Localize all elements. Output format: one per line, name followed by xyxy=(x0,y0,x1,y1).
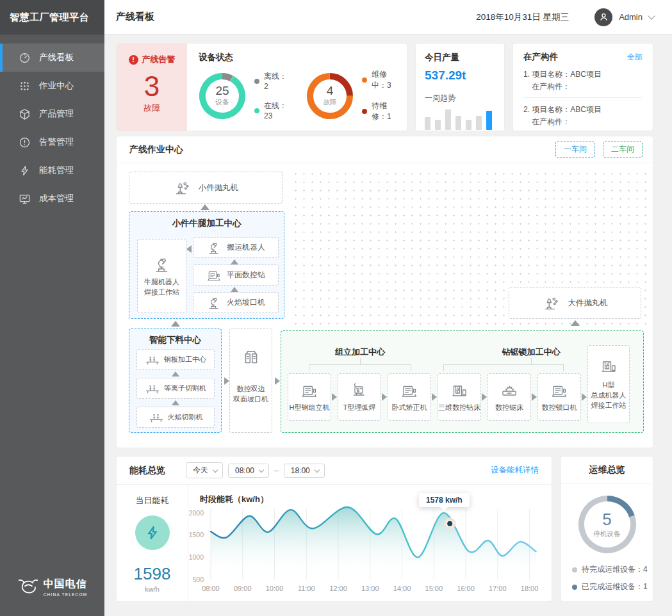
alert-label: 故障 xyxy=(143,102,160,114)
legend-pending-repair: 待维修：1 xyxy=(362,101,400,122)
donut-value: 25 xyxy=(215,85,229,98)
flow-arrow-up xyxy=(172,371,179,377)
workshop-1-button[interactable]: 一车间 xyxy=(555,142,595,158)
sidebar-item-product-mgmt[interactable]: 产品管理 xyxy=(0,100,104,128)
donut-label: 设备 xyxy=(216,98,229,107)
sidebar-item-label: 作业中心 xyxy=(39,80,74,92)
workshop-2-button[interactable]: 二车间 xyxy=(603,142,643,158)
large-blast-box: 大件抛丸机 xyxy=(509,287,641,319)
flow-arrow-right xyxy=(382,393,387,401)
machine-label: T型埋弧焊 xyxy=(343,403,376,412)
welder-machine-icon xyxy=(350,382,368,400)
sidebar-item-work-center[interactable]: 作业中心 xyxy=(0,72,104,100)
sidebar: 智慧工厂管理平台 产线看板 作业中心 产品管理 告警管理 能耗管理 xyxy=(0,0,104,616)
in-production-card: 在产构件 全部 1. 项目名称：ABC项目 在产构件： 2. 项目名称：ABC项… xyxy=(512,43,653,131)
t-arc-welder-box: T型埋弧焊 xyxy=(338,373,381,421)
zone-title: 智能下料中心 xyxy=(129,334,221,346)
plane-cnc-drill-box: 平面数控钻 xyxy=(193,264,279,286)
range-select[interactable]: 今天 xyxy=(186,462,223,478)
machine-label: 数控双边 双面坡口机 xyxy=(233,384,268,405)
sidebar-menu: 产线看板 作业中心 产品管理 告警管理 能耗管理 成本管理 xyxy=(0,44,104,213)
line-alert-panel[interactable]: ! 产线告警 3 故障 xyxy=(117,44,187,131)
project-item: 2. 项目名称：ABC项目 在产构件： xyxy=(523,104,643,127)
svg-text:1500: 1500 xyxy=(189,531,204,539)
sidebar-item-label: 成本管理 xyxy=(39,193,74,204)
energy-card: 能耗总览 今天 08:00 – 18:00 设备能耗详情 当日能耗 1598 k… xyxy=(116,456,552,602)
avatar[interactable] xyxy=(594,8,612,26)
start-time-select[interactable]: 08:00 xyxy=(228,464,269,478)
project-components: 在产构件： xyxy=(523,116,643,128)
workshop-card: 产线作业中心 一车间 二车间 小件抛丸机 小件牛腿加工中心 牛腿机器人 焊接工作… xyxy=(116,136,653,448)
week-trend-chart xyxy=(425,107,495,130)
china-telecom-logo: 中国电信 CHINA TELECOM xyxy=(0,578,104,597)
transfer-robot-box: 搬运机器人 xyxy=(193,237,279,258)
machine-label: 数控锁口机 xyxy=(542,403,577,412)
cnc-saw-box: 数控锯床 xyxy=(488,373,531,421)
daily-output-title: 今日产量 xyxy=(425,52,495,63)
energy-detail-link[interactable]: 设备能耗详情 xyxy=(491,465,539,476)
energy-title: 能耗总览 xyxy=(129,465,165,476)
flow-arrow-right xyxy=(482,393,487,401)
chart-tooltip: 1578 kw/h xyxy=(419,493,470,507)
telecom-mark-icon xyxy=(17,578,39,597)
user-icon xyxy=(598,12,609,22)
small-blast-box: 小件抛丸机 xyxy=(129,172,283,204)
cnc-machine-icon xyxy=(206,268,222,283)
legend-text: 待完成运维设备：4 xyxy=(582,564,648,575)
cnc-coping-machine-box: 数控锁口机 xyxy=(537,373,581,421)
h-assembly-robot-station-box: H型 总成机器人 焊接工作站 xyxy=(587,345,630,423)
flow-arrow-up xyxy=(231,259,238,264)
legend-dot xyxy=(362,109,367,114)
machine-label: H型 总成机器人 焊接工作站 xyxy=(591,380,627,411)
sidebar-item-energy-mgmt[interactable]: 能耗管理 xyxy=(0,156,104,184)
legend-dot xyxy=(572,567,577,572)
legend-dot xyxy=(362,77,367,83)
machine-label: 数控锯床 xyxy=(495,403,523,412)
time-separator: – xyxy=(274,466,279,475)
flow-arrow-left xyxy=(186,245,192,253)
bracket xyxy=(309,364,411,371)
device-fault-group: 4 故障 维修中：3 待维修：1 xyxy=(306,69,400,122)
legend-text: 维修中：3 xyxy=(372,69,400,91)
divider xyxy=(523,97,643,98)
project-name: 1. 项目名称：ABC项目 xyxy=(523,69,643,81)
flow-arrow-up xyxy=(231,287,238,292)
user-menu[interactable]: Admin xyxy=(619,12,643,22)
machine-label: 火焰切割机 xyxy=(168,412,203,422)
energy-icon xyxy=(19,165,31,177)
project-name: 2. 项目名称：ABC项目 xyxy=(523,104,643,116)
chevron-down-icon[interactable] xyxy=(648,12,655,19)
top-bar: 产线看板 2018年10月31日 星期三 Admin xyxy=(104,0,672,35)
sidebar-item-cost-mgmt[interactable]: 成本管理 xyxy=(0,184,104,213)
plate-center-box: 钢板加工中心 xyxy=(136,349,215,370)
cutting-table-icon xyxy=(145,381,160,396)
sidebar-item-production-board[interactable]: 产线看板 xyxy=(0,44,104,72)
cost-icon xyxy=(19,193,31,205)
sidebar-item-alarm-mgmt[interactable]: 告警管理 xyxy=(0,128,104,156)
flame-cutter-box: 火焰切割机 xyxy=(136,407,215,428)
alarm-icon xyxy=(19,136,31,149)
donut-label: 故障 xyxy=(324,98,337,107)
flow-arrow-up xyxy=(571,320,580,326)
assembly-center-title: 组立加工中心 xyxy=(309,346,411,358)
welding-robot-icon xyxy=(152,255,172,274)
machine-label: 钢板加工中心 xyxy=(164,355,206,364)
bracket xyxy=(443,364,564,371)
device-online-donut: 25 设备 xyxy=(199,72,246,120)
bevel-machine-icon xyxy=(241,347,261,368)
donut-value: 4 xyxy=(327,85,334,98)
3d-cnc-drill-box: 三维数控钻床 xyxy=(438,373,481,421)
flow-arrow-up xyxy=(201,204,209,210)
sidebar-item-label: 产品管理 xyxy=(39,108,74,120)
all-link[interactable]: 全部 xyxy=(627,52,643,63)
energy-area-chart: 20001500100050008:0009:0010:0011:0012:00… xyxy=(188,498,550,600)
end-time-select[interactable]: 18:00 xyxy=(284,464,325,478)
robot-arm-icon xyxy=(206,240,222,255)
work-center-icon xyxy=(19,80,31,92)
double-bevel-machine-box: 数控双边 双面坡口机 xyxy=(229,328,272,433)
alert-title: 产线告警 xyxy=(142,54,176,65)
svg-text:1000: 1000 xyxy=(189,553,204,561)
project-components: 在产构件： xyxy=(523,81,643,93)
device-online-group: 25 设备 离线：2 在线：23 xyxy=(199,69,290,122)
week-trend-label: 一周趋势 xyxy=(425,93,495,104)
